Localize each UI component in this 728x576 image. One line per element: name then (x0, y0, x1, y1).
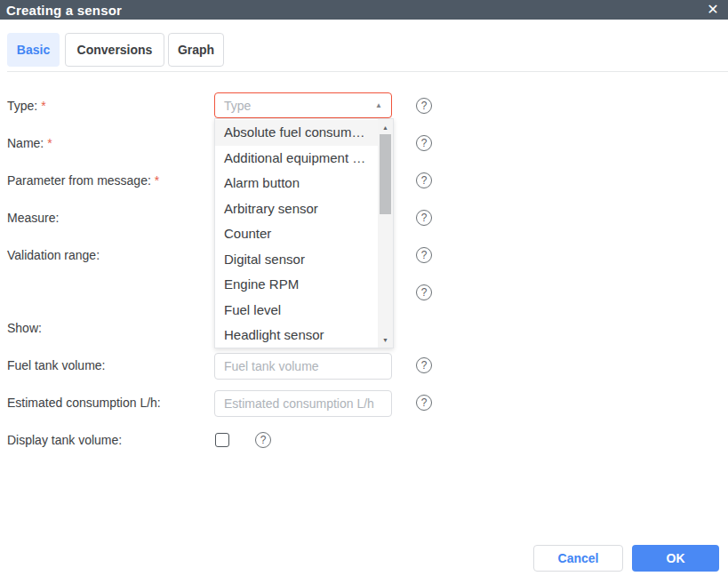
dropdown-option[interactable]: Headlight sensor (215, 323, 378, 347)
scroll-up-icon[interactable]: ▲ (378, 121, 393, 133)
dropdown-option[interactable]: Absolute fuel consum… (215, 120, 378, 146)
display-tank-volume-checkbox[interactable] (215, 433, 229, 447)
help-icon[interactable]: ? (416, 357, 432, 373)
parameter-label: Parameter from message:* (7, 172, 159, 189)
tab-conversions-label: Conversions (77, 43, 153, 57)
help-icon[interactable]: ? (416, 98, 432, 114)
dropdown-option[interactable]: Counter (215, 221, 378, 247)
dropdown-option[interactable]: Digital sensor (215, 247, 378, 273)
measure-label: Measure: (7, 209, 59, 227)
cancel-button[interactable]: Cancel (533, 545, 623, 572)
type-select-placeholder: Type (224, 99, 375, 113)
type-label: Type:* (7, 97, 46, 115)
estimated-consumption-input[interactable] (214, 390, 392, 417)
tab-graph-label: Graph (178, 43, 214, 57)
show-label: Show: (7, 319, 42, 337)
fuel-tank-volume-label: Fuel tank volume: (7, 356, 106, 374)
scroll-down-icon[interactable]: ▼ (378, 333, 393, 346)
help-icon[interactable]: ? (416, 284, 432, 300)
type-select[interactable]: Type ▲ (214, 92, 392, 118)
required-marker: * (155, 173, 159, 188)
help-icon[interactable]: ? (416, 210, 432, 226)
help-icon[interactable]: ? (416, 135, 432, 151)
dropdown-option[interactable]: Engine RPM (215, 272, 378, 298)
ok-button[interactable]: OK (632, 545, 719, 572)
tab-graph[interactable]: Graph (168, 33, 224, 67)
type-dropdown-list: Absolute fuel consum…Additional equipmen… (215, 120, 378, 347)
dropdown-option[interactable]: Additional equipment … (215, 146, 378, 172)
cancel-button-label: Cancel (558, 551, 599, 565)
dropdown-option[interactable]: Fuel level (215, 298, 378, 324)
fuel-tank-volume-input[interactable] (214, 353, 392, 380)
tab-conversions[interactable]: Conversions (65, 33, 164, 67)
scrollbar-thumb[interactable] (380, 134, 391, 214)
ok-button-label: OK (667, 551, 685, 565)
required-marker: * (47, 136, 52, 150)
tabs-divider (7, 71, 728, 72)
help-icon[interactable]: ? (255, 432, 271, 448)
validation-range-label: Validation range: (7, 246, 100, 264)
tab-basic-label: Basic (17, 43, 50, 57)
help-icon[interactable]: ? (416, 395, 432, 411)
estimated-consumption-label: Estimated consumption L/h: (7, 394, 161, 412)
dialog-header: Creating a sensor ✕ (0, 0, 728, 20)
dropdown-option[interactable]: Alarm button (215, 171, 378, 196)
display-tank-volume-label: Display tank volume: (7, 431, 122, 449)
close-icon[interactable]: ✕ (703, 0, 723, 20)
dropdown-option[interactable]: Arbitrary sensor (215, 196, 378, 222)
chevron-up-icon: ▲ (375, 101, 382, 109)
help-icon[interactable]: ? (416, 247, 432, 263)
name-label: Name:* (7, 134, 52, 152)
help-icon[interactable]: ? (416, 172, 432, 188)
tab-basic[interactable]: Basic (7, 33, 60, 67)
dialog-title: Creating a sensor (6, 3, 122, 18)
creating-sensor-dialog: Creating a sensor ✕ Basic Conversions Gr… (0, 0, 728, 576)
required-marker: * (41, 99, 45, 113)
type-dropdown: Absolute fuel consum…Additional equipmen… (214, 118, 394, 348)
dropdown-scrollbar[interactable]: ▲ ▼ (378, 119, 393, 348)
